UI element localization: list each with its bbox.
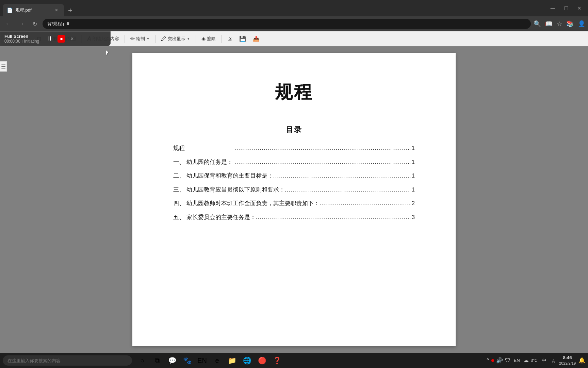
toc-item-label: 四、 幼儿园教师对本班工作全面负责，其主要职责如下： [173,198,320,209]
new-tab-button[interactable]: + [65,5,75,16]
separator-4 [155,35,156,43]
toc-title: 目录 [173,125,415,135]
highlight-button[interactable]: 🖊 突出显示 ▼ [158,34,193,43]
toc-item: 二、 幼儿园保育和教育的主要目标是： .....................… [173,171,415,181]
highlight-icon: 🖊 [161,36,166,42]
ie-icon[interactable]: e [211,354,223,367]
toc-item-label: 五、 家长委员会的主要任务是： [173,212,256,223]
toc-item-label: 一、 幼儿园的任务是： [173,157,234,168]
toc-item-dots: ........................................… [320,198,410,209]
stop-icon: ■ [60,36,63,41]
volume-icon[interactable]: 🔊 [496,357,503,364]
address-text: 背/规程.pdf [47,21,69,27]
highlight-dropdown-icon: ▼ [187,37,190,41]
recording-close-button[interactable]: × [70,36,74,42]
export-icon: 📤 [253,35,260,42]
erase-button[interactable]: ◈ 擦除 [199,34,218,43]
edge-icon[interactable]: 🌐 [241,354,253,367]
toc-item: 四、 幼儿园教师对本班工作全面负责，其主要职责如下： .............… [173,198,415,209]
toc-item-dots: ........................................… [273,171,410,181]
system-tray-icons: ^ 🔊 🛡 EN ☁ 3°C [487,357,538,364]
draw-button[interactable]: ✏ 绘制 ▼ [128,34,152,43]
pdf-area: 规程 目录 规程 ...............................… [0,46,588,353]
toc-item: 规程 .....................................… [173,143,415,154]
tab-close-button[interactable]: × [53,7,60,14]
recording-status: Initiating [24,39,39,44]
recording-stop-button[interactable]: ■ [58,35,65,43]
close-button[interactable]: × [576,3,583,13]
reader-icon[interactable]: 📖 [545,20,553,28]
nav-icons: 🔍 📖 ☆ 📚 👤 [534,20,585,28]
weather-icon[interactable]: ☁ [523,357,529,364]
recording-pause-button[interactable]: ⏸ [45,34,55,43]
toc-list: 规程 .....................................… [173,143,415,223]
tab-title: 规程.pdf [15,7,32,13]
clock[interactable]: 8:46 2022/2/19 [559,355,576,366]
forward-button[interactable]: → [16,19,27,28]
back-button[interactable]: ← [3,19,14,28]
minimize-button[interactable]: ─ [549,3,556,13]
refresh-button[interactable]: ↻ [30,19,40,29]
toc-item-label: 规程 [173,143,234,154]
nav-bar: ← → ↻ 背/规程.pdf 🔍 📖 ☆ 📚 👤 [0,16,588,31]
erase-icon: ◈ [201,35,206,42]
separator-3 [125,35,125,43]
toc-item-dots: ........................................… [256,212,410,223]
taskbar-right: ^ 🔊 🛡 EN ☁ 3°C 中 A 8:46 2022/2/19 🔔 [487,355,585,366]
save-icon: 💾 [239,35,246,42]
recording-panel: Full Screen 00:00:00 | Initiating ⏸ ■ × [0,31,111,46]
recording-timer: 00:00:00 [4,39,20,44]
start-icon[interactable]: ○ [136,354,148,367]
pdf-tab-icon: 📄 [7,7,13,13]
app3-icon[interactable]: 🔴 [256,354,268,367]
toc-item-dots: ........................................… [234,143,410,154]
toc-item-page: 1 [410,157,415,168]
profile-icon[interactable]: 👤 [578,20,585,28]
notification-button[interactable]: 🔔 [578,357,585,364]
save-button[interactable]: 💾 [236,34,249,43]
address-bar[interactable]: 背/规程.pdf [43,19,531,29]
taskview-icon[interactable]: ⧉ [151,354,163,367]
collections-icon[interactable]: 📚 [566,20,574,28]
sidebar-icon: ☰ [1,63,6,70]
toc-item-page: 3 [410,212,415,223]
temperature-text: 3°C [531,358,538,363]
active-tab[interactable]: 📄 规程.pdf × [3,4,64,16]
pdf-page: 规程 目录 规程 ...............................… [132,53,456,346]
date-display: 2022/2/19 [559,361,576,366]
draw-dropdown-icon: ▼ [146,37,150,41]
lang-en-badge: EN [512,357,521,364]
app2-icon[interactable]: 🐾 [181,354,193,367]
export-button[interactable]: 📤 [250,34,262,43]
en-icon[interactable]: EN [196,354,208,367]
draw-icon: ✏ [130,35,135,42]
toc-item-page: 2 [410,198,415,209]
toc-item-page: 1 [410,185,415,195]
shield-icon[interactable]: 🛡 [505,357,510,364]
taskbar-app-icons: ○⧉💬🐾ENe📁🌐🔴❓ [136,354,283,367]
toc-item: 三、 幼儿园教育应当贯彻以下原则和要求： ...................… [173,185,415,195]
sidebar-toggle-button[interactable]: ☰ [0,61,7,72]
toc-item-dots: ........................................… [285,185,410,195]
help-icon[interactable]: ❓ [271,354,283,367]
tab-bar: 📄 规程.pdf × + [3,0,75,16]
toc-item: 一、 幼儿园的任务是： ............................… [173,157,415,168]
taskbar-search-input[interactable] [3,355,132,366]
wechat-icon[interactable]: 💬 [166,354,178,367]
print-icon: 🖨 [227,36,232,42]
expand-tray-button[interactable]: ^ [487,357,489,364]
browser-chrome: 📄 规程.pdf × + ─ □ × [0,0,588,16]
toc-item-page: 1 [410,171,415,181]
maximize-button[interactable]: □ [563,3,570,13]
bookmark-icon[interactable]: ☆ [557,20,562,28]
toc-item-dots: ........................................… [234,157,410,168]
draw-label: 绘制 [136,36,145,42]
separator-6 [221,35,222,43]
window-controls: ─ □ × [549,3,583,13]
highlight-label: 突出显示 [168,36,185,42]
print-button[interactable]: 🖨 [224,34,235,43]
lang-a-badge: A [551,358,556,365]
separator-5 [196,35,196,43]
files-icon[interactable]: 📁 [226,354,238,367]
zoom-icon[interactable]: 🔍 [534,20,541,28]
